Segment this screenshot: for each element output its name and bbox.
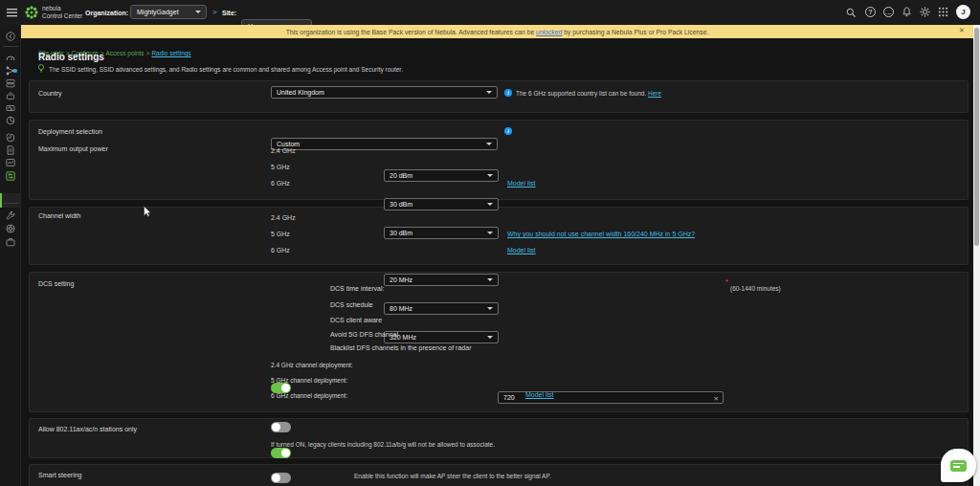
breadcrumb-access-points[interactable]: Access points	[106, 50, 145, 56]
max-power-6-dropdown[interactable]: 30 dBm	[384, 227, 499, 239]
organization-value: MightyGadget	[137, 9, 179, 15]
dashboard-icon[interactable]	[6, 54, 15, 63]
clear-input-icon[interactable]: ✕	[714, 395, 719, 403]
avatar[interactable]: J	[956, 5, 970, 19]
access-point-icon[interactable]	[6, 91, 15, 100]
deploy-5-label: 5 GHz channel deployment:	[271, 376, 347, 385]
max-power-label: Maximum output power	[38, 144, 108, 153]
max-power-5-dropdown[interactable]: 30 dBm	[384, 198, 499, 210]
collapse-icon[interactable]	[6, 32, 15, 41]
radio-settings-page: nebula Control Center Organization: Migh…	[0, 0, 980, 486]
license-banner: This organization is using the Base Pack…	[21, 25, 973, 38]
max-power-24-value: 20 dBm	[390, 172, 412, 179]
scrollbar-thumb[interactable]	[974, 28, 979, 246]
usage-icon[interactable]	[6, 133, 15, 143]
page-title: Radio settings	[38, 52, 104, 62]
channel-width-24-value: 20 MHz	[390, 276, 412, 283]
bell-icon[interactable]	[902, 7, 912, 17]
applications-icon[interactable]	[6, 116, 15, 125]
dcs-schedule-toggle[interactable]	[271, 422, 291, 432]
deployment-value: Custom	[277, 141, 300, 147]
country-label: Country	[38, 89, 62, 98]
organization-dropdown[interactable]: MightyGadget	[130, 5, 207, 19]
smart-steering-label: Smart steering	[38, 471, 82, 479]
banner-text-before: This organization is using the Base Pack…	[286, 29, 536, 35]
unlocked-link[interactable]: unlocked	[536, 29, 562, 35]
organization-icon[interactable]	[6, 237, 15, 247]
sidebar-divider	[3, 46, 18, 47]
channel-width-model-list-link[interactable]: Model list	[507, 247, 536, 254]
live-chat-button[interactable]	[941, 449, 976, 482]
dcs-time-interval-value: 720	[503, 394, 515, 401]
monitor-icon[interactable]	[6, 158, 15, 167]
country-card	[29, 80, 969, 113]
page-hint: The SSID setting, SSID advanced settings…	[49, 65, 403, 74]
dcs-label: DCS setting	[38, 279, 74, 288]
allow-legacy-note: If turned ON, legacy clients including 8…	[271, 440, 495, 449]
report-icon[interactable]	[6, 145, 15, 155]
feedback-glyph: ...	[885, 11, 892, 14]
license-banner-text: This organization is using the Base Pack…	[286, 29, 709, 35]
channel-width-band-5: 5 GHz	[271, 231, 290, 237]
max-power-6-value: 30 dBm	[390, 230, 412, 236]
devices-icon[interactable]	[6, 78, 15, 88]
breadcrumb-current[interactable]: Radio settings	[151, 50, 190, 56]
channel-width-band-6: 6 GHz	[271, 247, 290, 254]
dcs-time-interval-label: DCS time interval:	[330, 284, 384, 293]
blacklist-dfs-label: Blacklist DFS channels in the presence o…	[330, 343, 471, 352]
channel-width-label: Channel width	[38, 211, 80, 220]
dcs-model-list-link[interactable]: Model list	[525, 391, 554, 398]
configure-icon[interactable]	[6, 171, 15, 181]
banner-text-after: by purchasing a Nebula Plus or Pro Pack …	[562, 29, 708, 35]
banner-close-icon[interactable]: ✕	[959, 27, 965, 34]
country-here-link[interactable]: Here	[648, 90, 661, 97]
topology-badge	[13, 69, 17, 73]
brand-text: nebula Control Center	[42, 5, 82, 19]
channel-width-card	[29, 207, 969, 265]
channel-width-5-dropdown[interactable]: 80 MHz	[384, 302, 499, 315]
search-icon[interactable]	[846, 8, 857, 18]
channel-width-24-dropdown[interactable]: 20 MHz	[384, 274, 499, 286]
max-power-band-24: 2.4 GHz	[271, 147, 296, 154]
feedback-icon[interactable]: ...	[883, 7, 894, 17]
max-power-model-list-link[interactable]: Model list	[507, 180, 536, 187]
apps-grid-icon[interactable]	[938, 7, 948, 17]
avoid-dfs-toggle[interactable]	[271, 473, 291, 483]
menu-icon[interactable]	[7, 8, 17, 17]
support-icon[interactable]	[6, 224, 15, 233]
dcs-schedule-label: DCS schedule	[330, 300, 373, 309]
power-card	[29, 120, 969, 200]
country-value: United Kingdom	[277, 89, 324, 96]
help-icon[interactable]: ?	[865, 7, 876, 17]
dcs-time-interval-hint: (60-1440 minutes)	[730, 284, 781, 293]
channel-width-6-dropdown[interactable]: 320 MHz	[384, 331, 499, 343]
sidebar	[0, 25, 21, 486]
sidebar-active-highlight	[0, 193, 21, 208]
hint-bulb-icon	[37, 64, 45, 73]
topbar: nebula Control Center Organization: Migh…	[0, 0, 980, 25]
channel-width-why-link[interactable]: Why you should not use channel width 160…	[507, 231, 695, 237]
max-power-band-6: 6 GHz	[271, 180, 290, 187]
max-power-24-dropdown[interactable]: 20 dBm	[384, 169, 499, 182]
max-power-band-5: 5 GHz	[271, 164, 290, 170]
allow-legacy-card	[29, 418, 969, 458]
country-dropdown[interactable]: United Kingdom	[271, 86, 498, 99]
gear-icon[interactable]	[920, 7, 930, 17]
required-mark: *	[725, 278, 728, 285]
nebula-logo-icon	[24, 5, 39, 20]
dcs-client-aware-label: DCS client aware	[330, 316, 382, 324]
maintenance-icon[interactable]	[6, 210, 15, 220]
deployment-dropdown[interactable]: Custom	[271, 138, 498, 150]
allow-legacy-label: Allow 802.11ax/ac/n stations only	[38, 425, 137, 433]
dcs-client-aware-toggle[interactable]	[271, 448, 291, 458]
smart-steering-note: Enable this function will make AP steer …	[354, 472, 551, 480]
site-label: Site:	[222, 9, 236, 17]
deployment-label: Deployment selection	[38, 127, 102, 136]
org-site-chevron: >	[212, 8, 217, 16]
avatar-initial: J	[961, 8, 965, 16]
help-glyph: ?	[869, 9, 873, 15]
mouse-cursor	[144, 206, 152, 217]
country-info-before: The 6 GHz supported country list can be …	[516, 90, 648, 97]
sidebar-divider-bottom	[3, 203, 18, 204]
switch-icon[interactable]	[6, 103, 15, 113]
